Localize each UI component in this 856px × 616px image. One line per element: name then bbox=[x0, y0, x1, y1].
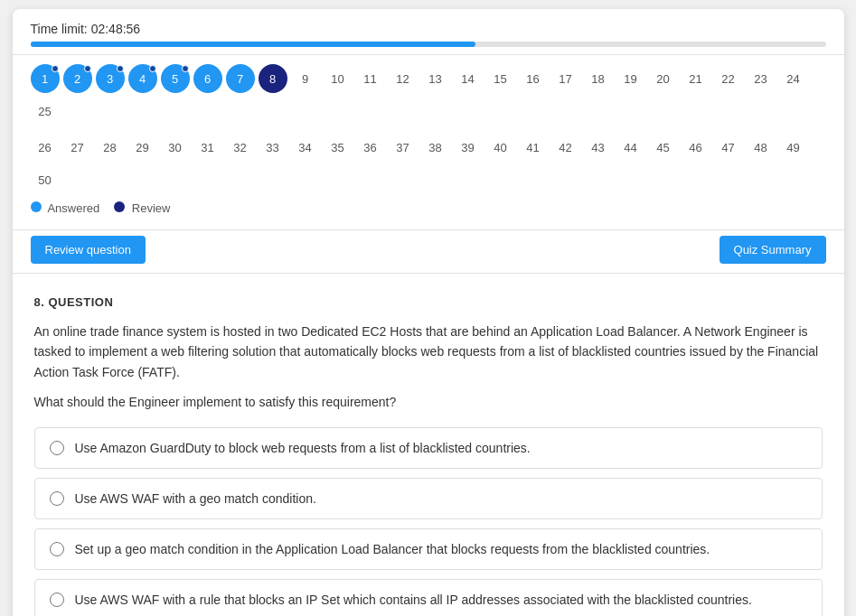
question-number-row2: 2627282930313233343536373839404142434445… bbox=[31, 133, 826, 194]
legend: Answered Review bbox=[31, 201, 826, 215]
action-bar: Review question Quiz Summary bbox=[13, 230, 844, 274]
question-number-row1: 1234567891011121314151617181920212223242… bbox=[31, 64, 826, 126]
question-number-18[interactable]: 18 bbox=[584, 64, 613, 93]
question-number-1[interactable]: 1 bbox=[31, 64, 60, 93]
question-number-14[interactable]: 14 bbox=[454, 64, 483, 93]
question-number-12[interactable]: 12 bbox=[389, 64, 418, 93]
question-sub-text: What should the Engineer implement to sa… bbox=[34, 395, 823, 409]
option-3[interactable]: Set up a geo match condition in the Appl… bbox=[34, 528, 823, 570]
option-radio-1[interactable] bbox=[50, 441, 64, 455]
question-number-6[interactable]: 6 bbox=[193, 64, 222, 93]
option-1[interactable]: Use Amazon GuardDuty to block web reques… bbox=[34, 427, 823, 469]
question-number-47[interactable]: 47 bbox=[714, 133, 743, 162]
question-number-22[interactable]: 22 bbox=[714, 64, 743, 93]
question-number-50[interactable]: 50 bbox=[31, 165, 60, 194]
question-number-29[interactable]: 29 bbox=[128, 133, 157, 162]
question-number-16[interactable]: 16 bbox=[519, 64, 548, 93]
question-number-39[interactable]: 39 bbox=[454, 133, 483, 162]
progress-bar-fill bbox=[31, 42, 476, 47]
question-text: An online trade finance system is hosted… bbox=[34, 322, 823, 382]
question-number-42[interactable]: 42 bbox=[551, 133, 580, 162]
question-number-28[interactable]: 28 bbox=[96, 133, 125, 162]
question-number-45[interactable]: 45 bbox=[649, 133, 678, 162]
question-number-10[interactable]: 10 bbox=[324, 64, 353, 93]
question-number-2[interactable]: 2 bbox=[63, 64, 92, 93]
question-number-30[interactable]: 30 bbox=[161, 133, 190, 162]
options-list: Use Amazon GuardDuty to block web reques… bbox=[34, 427, 823, 616]
question-number-25[interactable]: 25 bbox=[31, 97, 60, 126]
quiz-summary-button[interactable]: Quiz Summary bbox=[720, 236, 826, 264]
option-label-1: Use Amazon GuardDuty to block web reques… bbox=[75, 441, 807, 455]
question-label: 8. QUESTION bbox=[34, 295, 823, 309]
review-dot-legend bbox=[114, 201, 125, 212]
question-number-49[interactable]: 49 bbox=[779, 133, 808, 162]
question-number-36[interactable]: 36 bbox=[356, 133, 385, 162]
question-number-40[interactable]: 40 bbox=[486, 133, 515, 162]
question-number-43[interactable]: 43 bbox=[584, 133, 613, 162]
option-label-3: Set up a geo match condition in the Appl… bbox=[75, 542, 807, 556]
question-number-31[interactable]: 31 bbox=[193, 133, 222, 162]
question-number-26[interactable]: 26 bbox=[31, 133, 60, 162]
timer-display: Time limit: 02:48:56 bbox=[31, 22, 826, 36]
review-question-button[interactable]: Review question bbox=[31, 236, 146, 264]
question-number-24[interactable]: 24 bbox=[779, 64, 808, 93]
option-radio-4[interactable] bbox=[50, 593, 64, 607]
legend-answered: Answered bbox=[31, 201, 100, 215]
question-number-23[interactable]: 23 bbox=[747, 64, 776, 93]
question-number-32[interactable]: 32 bbox=[226, 133, 255, 162]
question-number-27[interactable]: 27 bbox=[63, 133, 92, 162]
question-number-4[interactable]: 4 bbox=[128, 64, 157, 93]
timer-section: Time limit: 02:48:56 bbox=[13, 9, 844, 55]
option-radio-3[interactable] bbox=[50, 542, 64, 556]
question-number-46[interactable]: 46 bbox=[682, 133, 710, 162]
question-number-44[interactable]: 44 bbox=[616, 133, 645, 162]
question-number-41[interactable]: 41 bbox=[519, 133, 548, 162]
answered-label: Answered bbox=[47, 201, 99, 215]
question-number-48[interactable]: 48 bbox=[747, 133, 776, 162]
question-navigation: 1234567891011121314151617181920212223242… bbox=[13, 55, 844, 230]
question-number-38[interactable]: 38 bbox=[421, 133, 450, 162]
question-number-35[interactable]: 35 bbox=[324, 133, 353, 162]
legend-review: Review bbox=[114, 201, 170, 215]
question-section: 8. QUESTION An online trade finance syst… bbox=[13, 274, 844, 616]
question-number-13[interactable]: 13 bbox=[421, 64, 450, 93]
question-number-33[interactable]: 33 bbox=[259, 133, 287, 162]
question-number-20[interactable]: 20 bbox=[649, 64, 678, 93]
question-number-5[interactable]: 5 bbox=[161, 64, 190, 93]
question-number-3[interactable]: 3 bbox=[96, 64, 125, 93]
quiz-container: Time limit: 02:48:56 1234567891011121314… bbox=[13, 9, 844, 616]
question-number-8[interactable]: 8 bbox=[259, 64, 287, 93]
question-number-17[interactable]: 17 bbox=[551, 64, 580, 93]
option-radio-2[interactable] bbox=[50, 491, 64, 506]
question-number-15[interactable]: 15 bbox=[486, 64, 515, 93]
option-2[interactable]: Use AWS WAF with a geo match condition. bbox=[34, 478, 823, 519]
question-number-21[interactable]: 21 bbox=[682, 64, 710, 93]
option-label-4: Use AWS WAF with a rule that blocks an I… bbox=[75, 593, 807, 607]
question-number-7[interactable]: 7 bbox=[226, 64, 255, 93]
question-number-11[interactable]: 11 bbox=[356, 64, 385, 93]
question-number-34[interactable]: 34 bbox=[291, 133, 320, 162]
option-4[interactable]: Use AWS WAF with a rule that blocks an I… bbox=[34, 579, 823, 616]
question-number-37[interactable]: 37 bbox=[389, 133, 418, 162]
option-label-2: Use AWS WAF with a geo match condition. bbox=[75, 491, 807, 506]
question-number-9[interactable]: 9 bbox=[291, 64, 320, 93]
answered-dot bbox=[31, 201, 42, 212]
progress-bar-background bbox=[31, 42, 826, 47]
question-number-19[interactable]: 19 bbox=[616, 64, 645, 93]
review-label: Review bbox=[132, 201, 171, 215]
